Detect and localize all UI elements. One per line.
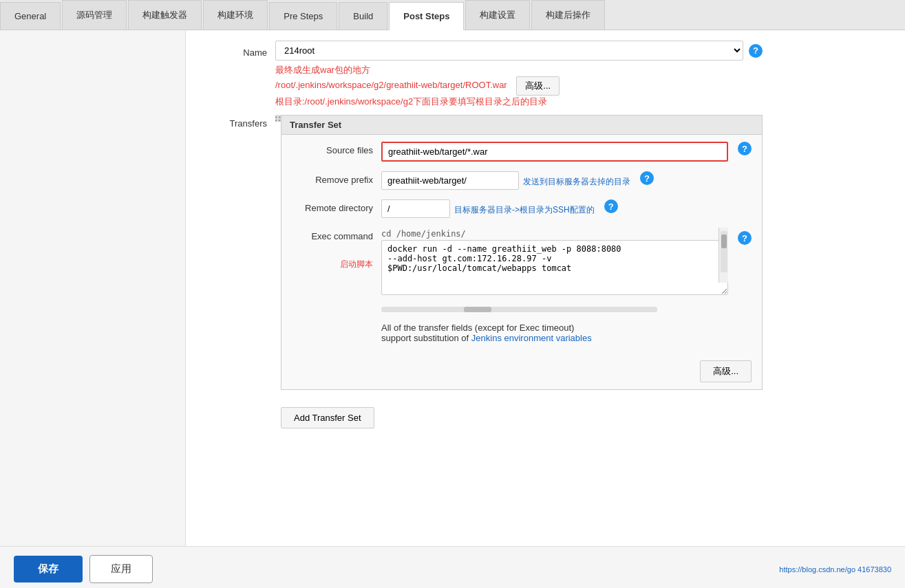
exec-help-icon[interactable]: ?: [738, 231, 752, 245]
annotation-line2: /root/.jenkins/workspace/g2/greathiit-we…: [275, 76, 716, 96]
bottom-advanced-btn[interactable]: 高级...: [700, 360, 752, 382]
source-files-row: Source files ?: [292, 142, 752, 162]
annotation-block: 最终成生成war包的地方 /root/.jenkins/workspace/g2…: [200, 64, 716, 108]
transfers-label: Transfers: [200, 115, 275, 129]
tab-build-settings[interactable]: 构建设置: [465, 0, 530, 30]
footer-bar: 保存 应用 https://blog.csdn.ne/go 41673830: [0, 546, 905, 588]
remove-prefix-input[interactable]: [381, 171, 519, 190]
source-files-label: Source files: [292, 142, 381, 155]
scrollbar-track: [721, 231, 727, 272]
footer-link[interactable]: https://blog.csdn.ne/go 41673830: [779, 565, 891, 574]
apply-button[interactable]: 应用: [89, 555, 153, 583]
exec-command-textarea[interactable]: [381, 240, 728, 295]
info-text-block: All of the transfer fields (except for E…: [381, 323, 725, 343]
source-files-input[interactable]: [381, 142, 728, 162]
save-button[interactable]: 保存: [14, 556, 83, 582]
source-files-help-icon[interactable]: ?: [738, 142, 752, 155]
name-select[interactable]: 214root: [275, 41, 743, 61]
h-scrollbar[interactable]: [381, 307, 657, 312]
drag-handle[interactable]: ⠿: [275, 115, 281, 122]
remote-dir-row: Remote directory 目标服务器目录->根目录为SSH配置的 ?: [292, 199, 752, 218]
remove-prefix-content: 发送到目标服务器去掉的目录 ?: [381, 171, 752, 190]
h-scrollbar-thumb: [464, 307, 491, 312]
exec-command-content: cd /home/jenkins/ ?: [381, 228, 752, 297]
add-transfer-row: Add Transfer Set: [200, 397, 891, 428]
main-content: Name 214root ? 最终成生成war包的地方 /root/.jenki…: [0, 30, 905, 546]
tab-build[interactable]: Build: [339, 2, 387, 30]
name-label: Name: [200, 44, 275, 58]
advanced-btn-inline[interactable]: 高级...: [516, 76, 560, 96]
annotation-line3: 根目录:/root/.jenkins/workspace/g2下面目录要填写根目…: [275, 96, 716, 108]
exec-command-row: Exec command 启动脚本 cd /home/jenkins/: [292, 228, 752, 297]
add-transfer-set-btn[interactable]: Add Transfer Set: [281, 407, 374, 428]
tab-pre-steps[interactable]: Pre Steps: [269, 2, 337, 30]
sidebar: [0, 30, 186, 546]
exec-command-label-col: Exec command 启动脚本: [292, 228, 381, 270]
name-row: Name 214root ?: [200, 30, 891, 61]
source-files-content: ?: [381, 142, 752, 162]
remote-dir-annotation: 目标服务器目录->根目录为SSH配置的: [454, 199, 595, 216]
bottom-advanced-row: 高级...: [292, 353, 752, 382]
info-text1: All of the transfer fields (except for E…: [381, 323, 574, 333]
remote-dir-label: Remote directory: [292, 199, 381, 213]
exec-textarea-wrapper: cd /home/jenkins/: [381, 228, 728, 297]
tab-general[interactable]: General: [0, 2, 61, 30]
transfer-set-header: Transfer Set: [281, 116, 762, 135]
name-help-icon[interactable]: ?: [749, 44, 763, 58]
remove-prefix-help-icon[interactable]: ?: [640, 171, 654, 185]
exec-command-label: Exec command: [311, 228, 373, 241]
exec-scrollbar[interactable]: [718, 228, 728, 283]
tab-source-management[interactable]: 源码管理: [62, 0, 127, 30]
startup-label: 启动脚本: [340, 259, 373, 269]
remote-dir-help-icon[interactable]: ?: [604, 199, 618, 213]
remove-prefix-annotation: 发送到目标服务器去掉的目录: [523, 171, 630, 188]
right-panel: Name 214root ? 最终成生成war包的地方 /root/.jenki…: [186, 30, 905, 546]
exec-command-prefix: cd /home/jenkins/: [381, 228, 728, 240]
remote-dir-content: 目标服务器目录->根目录为SSH配置的 ?: [381, 199, 752, 218]
tab-post-steps[interactable]: Post Steps: [389, 2, 464, 30]
scrollbar-thumb: [721, 235, 727, 248]
remove-prefix-label: Remove prefix: [292, 171, 381, 185]
transfer-set-body: Source files ? Remove prefix 发送到目标服: [281, 135, 762, 389]
transfer-set-container: Transfer Set Source files ? Rem: [281, 115, 763, 390]
annotation-line1: 最终成生成war包的地方: [275, 64, 716, 76]
transfers-row: Transfers ⠿ Transfer Set Source files ?: [200, 115, 891, 390]
info-text2: support substitution of: [381, 333, 471, 343]
tab-build-env[interactable]: 构建环境: [203, 0, 268, 30]
jenkins-env-vars-link[interactable]: Jenkins environment variables: [471, 333, 592, 343]
remote-dir-input[interactable]: [381, 199, 450, 218]
tab-bar: General 源码管理 构建触发器 构建环境 Pre Steps Build …: [0, 0, 905, 30]
tab-post-build[interactable]: 构建后操作: [531, 0, 605, 30]
remove-prefix-row: Remove prefix 发送到目标服务器去掉的目录 ?: [292, 171, 752, 190]
tab-build-triggers[interactable]: 构建触发器: [128, 0, 202, 30]
